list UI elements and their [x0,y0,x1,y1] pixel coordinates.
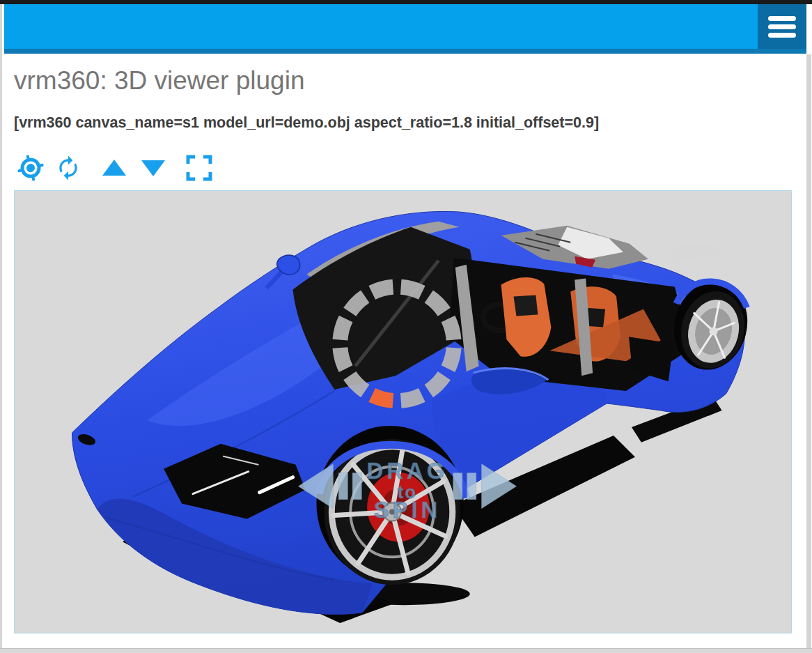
scrollbar-track[interactable] [806,54,811,649]
page: { "header": { "background_color": "#05a1… [0,0,812,653]
move-down-button[interactable] [140,155,166,181]
3d-scene: DRAG to SPIN [15,191,791,633]
site-header [4,4,806,54]
fullscreen-icon [186,155,212,181]
target-icon [17,155,44,181]
fullscreen-button[interactable] [186,155,212,181]
viewer-canvas[interactable]: DRAG to SPIN [14,190,792,633]
hamburger-icon [768,33,796,38]
main-content: vrm360: 3D viewer plugin [vrm360 canvas_… [14,66,794,633]
page-left-edge [0,4,2,649]
center-model-button[interactable] [17,155,44,181]
move-up-button[interactable] [101,155,127,181]
rotate-icon [55,155,81,181]
viewer-toolbar [17,155,794,181]
shortcode-text: [vrm360 canvas_name=s1 model_url=demo.ob… [14,113,794,132]
drag-hint-line1: DRAG [367,458,448,484]
triangle-up-icon [101,155,127,181]
car-model [72,211,756,623]
page-title: vrm360: 3D viewer plugin [14,66,794,96]
hamburger-icon [768,24,796,29]
page-bottom-edge [0,648,812,653]
hamburger-icon [768,16,796,21]
spinner-active-segment [372,395,393,401]
drag-hint-line3: SPIN [374,497,442,523]
auto-rotate-button[interactable] [55,155,81,181]
menu-button[interactable] [758,4,806,49]
triangle-down-icon [140,155,166,181]
